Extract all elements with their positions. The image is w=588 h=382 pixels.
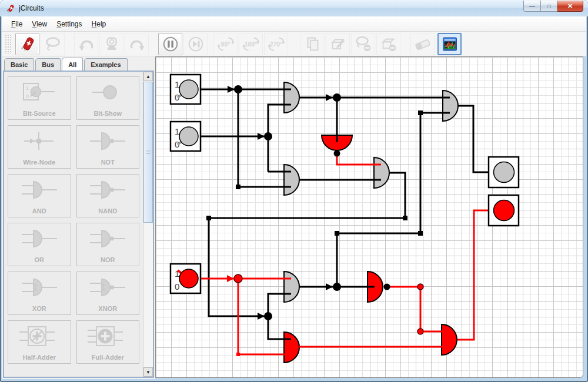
palette-item-xnor[interactable]: XNOR [76, 272, 140, 315]
rotate-270-button[interactable]: 270° [264, 33, 288, 55]
copy-button[interactable] [300, 33, 325, 55]
swiss-knife-button[interactable] [15, 33, 39, 55]
eraser-button[interactable] [410, 33, 435, 55]
gate-and-out-top[interactable] [443, 91, 458, 121]
wire-node[interactable] [417, 284, 423, 290]
tab-basic[interactable]: Basic [4, 58, 34, 71]
nor-icon [84, 226, 131, 252]
window-title: jCircuits [19, 4, 44, 12]
inverter-bubble [384, 284, 390, 290]
wire[interactable] [458, 106, 489, 172]
palette-item-wire-node[interactable]: Wire-Node [8, 125, 71, 169]
undo-button[interactable] [74, 33, 98, 55]
wire-arrow [326, 94, 333, 101]
inverter-bubble [334, 150, 340, 157]
lasso-icon [44, 35, 62, 53]
rotate-90-button[interactable]: 90° [213, 33, 238, 55]
menu-settings[interactable]: Settings [52, 18, 86, 31]
tab-all[interactable]: All [62, 58, 83, 71]
wire-node[interactable] [333, 93, 341, 102]
tab-examples[interactable]: Examples [84, 58, 127, 71]
component-remove-icon [380, 35, 397, 53]
bit-show-icon [84, 79, 131, 105]
menu-help[interactable]: Help [87, 18, 111, 31]
palette-item-and[interactable]: AND [8, 174, 71, 217]
wire-node[interactable] [403, 216, 407, 220]
palette-scrollbar[interactable]: ▲ ▼ [143, 72, 153, 377]
menu-bar: FileViewSettingsHelp [2, 16, 586, 32]
toolbar-drag-grip[interactable] [5, 34, 12, 54]
lasso-button[interactable] [41, 33, 65, 55]
wire-node[interactable] [418, 231, 423, 236]
palette-item-xor[interactable]: XOR [8, 272, 71, 315]
palette-item-half-adder[interactable]: Half-Adder [8, 320, 71, 364]
wire[interactable] [337, 113, 450, 287]
palette-item-nand[interactable]: NAND [76, 174, 140, 217]
bit-source-3[interactable]: 10 [171, 264, 201, 293]
palette-item-label: AND [8, 207, 71, 215]
gate-or-out-bot[interactable] [442, 324, 457, 355]
palette-item-full-adder[interactable]: Full-Adder [76, 320, 140, 364]
oscilloscope-button[interactable] [437, 33, 462, 55]
gate-xor-b-top[interactable] [284, 272, 299, 302]
gate-xor-a-top[interactable] [284, 82, 299, 113]
wire-node[interactable] [418, 110, 423, 115]
camera-button[interactable] [99, 33, 123, 55]
palette-item-label: Bit-Show [77, 110, 139, 117]
redo-button[interactable] [125, 33, 149, 55]
step-icon [187, 35, 205, 53]
wire-node[interactable] [333, 283, 341, 291]
bit-show-1 [489, 157, 519, 187]
menu-file[interactable]: File [6, 18, 27, 31]
wire-node[interactable] [206, 216, 211, 220]
toolbar-separator [289, 33, 300, 55]
wire-node[interactable] [234, 274, 242, 283]
titlebar[interactable]: jCircuits —□✕ [0, 0, 588, 16]
component-edit-button[interactable] [326, 33, 350, 55]
close-button[interactable]: ✕ [557, 1, 583, 12]
maximize-button[interactable]: □ [541, 1, 557, 12]
gate-and-b-bot[interactable] [284, 332, 299, 363]
wire-node[interactable] [264, 312, 272, 320]
palette-item-or[interactable]: OR [8, 223, 71, 266]
rotate-90-icon: 90° [217, 35, 235, 53]
bit-source-2[interactable]: 10 [171, 122, 201, 151]
bit-source-1[interactable]: 10 [171, 75, 201, 104]
bit-source-icon: 1 0 [16, 79, 63, 105]
wire[interactable] [387, 287, 449, 331]
tab-bus[interactable]: Bus [35, 58, 61, 71]
wire-node[interactable] [264, 132, 272, 140]
wire-node[interactable] [234, 85, 242, 93]
wire[interactable] [457, 210, 489, 340]
minimize-button[interactable]: — [523, 1, 541, 12]
gate-and-mid[interactable] [374, 158, 389, 188]
svg-text:1: 1 [175, 126, 179, 136]
svg-text:180°: 180° [244, 40, 257, 47]
palette-item-label: NOT [77, 159, 139, 166]
menu-view[interactable]: View [27, 18, 52, 31]
scroll-down-button[interactable]: ▼ [143, 367, 153, 377]
palette-item-nor[interactable]: NOR [76, 223, 140, 266]
pause-button[interactable] [158, 33, 182, 55]
wire-node[interactable] [236, 185, 240, 189]
scrollbar-thumb[interactable] [143, 82, 153, 223]
rotate-180-button[interactable]: 180° [239, 33, 263, 55]
component-remove-button[interactable] [376, 33, 400, 55]
palette-item-not[interactable]: NOT [76, 125, 140, 169]
component-sidebar: BasicBusAllExamples 1 0 Bit-Source Bit-S… [2, 56, 155, 379]
palette-item-bit-show[interactable]: Bit-Show [76, 76, 140, 120]
scroll-up-button[interactable]: ▲ [143, 72, 153, 81]
wire-node[interactable] [417, 329, 423, 334]
gate-xor-a-bot[interactable] [284, 165, 299, 195]
xor-icon [16, 274, 63, 300]
lasso-remove-button[interactable] [351, 33, 375, 55]
svg-text:0: 0 [26, 93, 29, 99]
circuit-canvas[interactable]: 101010 [155, 56, 583, 378]
palette-item-bit-source[interactable]: 1 0 Bit-Source [8, 76, 71, 120]
wire-node[interactable] [236, 353, 240, 356]
content-area: BasicBusAllExamples 1 0 Bit-Source Bit-S… [2, 56, 586, 379]
wire-node[interactable] [335, 231, 339, 236]
step-button[interactable] [183, 33, 208, 55]
wire-arrow [228, 86, 235, 93]
svg-text:1: 1 [26, 85, 29, 91]
